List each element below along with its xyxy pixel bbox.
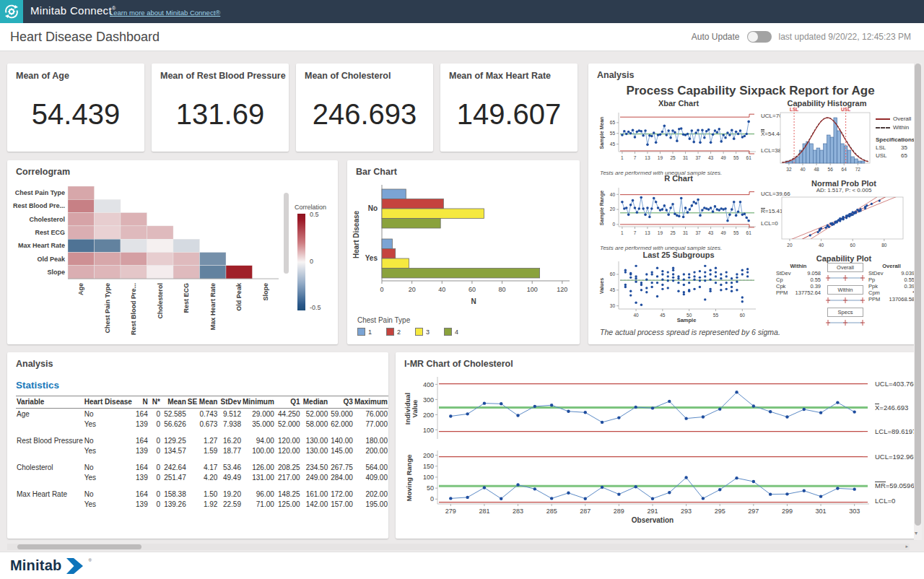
stats-col-header: Median xyxy=(301,396,329,409)
footer-brand-word: Minitab xyxy=(10,557,61,574)
panel-title: Correlogram xyxy=(16,167,70,177)
svg-text:37: 37 xyxy=(695,155,701,160)
svg-text:55: 55 xyxy=(733,230,739,235)
normal-prob-plot-subtitle: AD: 1.517, P: < 0.005 xyxy=(775,187,913,193)
svg-text:25: 25 xyxy=(670,230,676,235)
svg-text:Value: Value xyxy=(411,400,419,418)
svg-text:45: 45 xyxy=(660,313,666,318)
bar-chart-legend: Chest Pain Type1234 xyxy=(357,316,468,336)
svg-text:Rest Blood Pre...: Rest Blood Pre... xyxy=(13,202,65,209)
minitab-connect-logo-icon[interactable] xyxy=(0,0,23,23)
auto-update-toggle[interactable] xyxy=(747,31,772,43)
stats-row: Yes1390251.474.2049.49131.00217.00249.00… xyxy=(16,472,388,482)
svg-text:297: 297 xyxy=(748,508,759,515)
svg-text:25: 25 xyxy=(670,155,676,160)
svg-text:40: 40 xyxy=(438,286,445,293)
svg-text:19: 19 xyxy=(658,155,663,160)
svg-text:72: 72 xyxy=(855,167,861,172)
horizontal-scrollbar-thumb[interactable] xyxy=(17,544,141,549)
learn-more-link[interactable]: Learn more about Minitab Connect® xyxy=(110,9,220,17)
kpi-card-mean-max-heart-rate[interactable]: Mean of Max Heart Rate 149.607 xyxy=(440,64,578,152)
statistics-subtitle[interactable]: Statistics xyxy=(16,380,59,391)
svg-text:LSL: LSL xyxy=(790,107,798,112)
svg-text:Cholesterol: Cholesterol xyxy=(29,216,65,223)
heart-disease-bar-chart[interactable]: NoYes020406080100120NHeart Disease xyxy=(349,180,580,315)
svg-text:49: 49 xyxy=(720,230,726,235)
svg-text:31: 31 xyxy=(683,155,689,160)
svg-text:55: 55 xyxy=(733,155,739,160)
xbar-chart[interactable]: 45556517131925313743495561Sample Mean xyxy=(598,108,759,170)
normal-prob-plot-chart[interactable]: 20406080 xyxy=(776,194,912,252)
capability-histogram-chart[interactable]: LSLUSL324048566472 xyxy=(777,107,873,176)
kpi-card-mean-rest-blood-pressure[interactable]: Mean of Rest Blood Pressure 131.69 xyxy=(152,64,289,152)
svg-text:120: 120 xyxy=(557,286,567,293)
svg-text:55: 55 xyxy=(610,131,616,136)
correlogram-scrollbar[interactable] xyxy=(284,193,289,274)
kpi-value: 149.607 xyxy=(440,77,578,152)
stats-col-header: SE Mean xyxy=(187,396,219,409)
svg-text:Chest Pain Type: Chest Pain Type xyxy=(104,283,111,333)
svg-text:Max Heart Rate: Max Heart Rate xyxy=(18,242,65,249)
stats-col-header: Heart Disease xyxy=(84,396,133,409)
r-chart-title: R Chart xyxy=(598,174,759,183)
svg-text:Old Peak: Old Peak xyxy=(37,256,66,263)
stats-row: Yes1390134.571.5918.77100.00120.00130.00… xyxy=(16,445,388,456)
svg-text:Moving Range: Moving Range xyxy=(405,455,413,502)
svg-text:40: 40 xyxy=(633,313,639,318)
stats-row: CholesterolNo1640242.644.1753.46126.0020… xyxy=(16,462,388,472)
legend-entry-chest-pain-2[interactable]: 2 xyxy=(386,328,401,336)
panel-title: Analysis xyxy=(597,70,634,80)
horizontal-scrollbar[interactable]: ▸ xyxy=(7,544,910,550)
svg-text:Sample Range: Sample Range xyxy=(599,191,605,225)
svg-text:Sample Mean: Sample Mean xyxy=(599,117,605,149)
svg-text:45: 45 xyxy=(610,142,616,147)
vertical-scrollbar[interactable]: ▾ xyxy=(914,64,922,540)
individual-value-chart[interactable]: 100200300400IndividualValue xyxy=(400,373,915,446)
svg-text:N: N xyxy=(471,297,476,305)
toggle-knob xyxy=(748,32,758,42)
vertical-scrollbar-thumb[interactable] xyxy=(915,64,921,526)
svg-text:20: 20 xyxy=(409,286,416,293)
last25-subgroups-chart[interactable]: 3045604045505560ValuesSample xyxy=(598,258,759,325)
stats-row: AgeNo164052.5850.7439.51229.00044.25052.… xyxy=(16,409,388,419)
top-navbar: Minitab Connect® Learn more about Minita… xyxy=(0,0,924,23)
capability-stats: OverallStDev9.039Pp0.55Ppk0.39Cpm*PPM137… xyxy=(868,263,915,302)
kpi-value: 54.439 xyxy=(7,77,144,152)
svg-text:299: 299 xyxy=(782,508,793,515)
page-footer: Minitab ® xyxy=(0,552,924,579)
moving-range-chart[interactable]: 0501001502002792812832852872892912932952… xyxy=(400,448,915,533)
legend-entry-chest-pain-1[interactable]: 1 xyxy=(357,328,372,336)
svg-text:USL: USL xyxy=(841,107,850,112)
scroll-right-arrow-icon[interactable]: ▸ xyxy=(905,544,908,549)
page-title: Heart Disease Dashboard xyxy=(10,30,160,45)
minitab-footer-logo[interactable]: Minitab ® xyxy=(10,557,92,574)
svg-text:279: 279 xyxy=(445,508,456,515)
stats-col-header: N* xyxy=(149,396,161,409)
svg-text:30: 30 xyxy=(610,303,616,308)
app: Minitab Connect® Learn more about Minita… xyxy=(0,0,924,579)
kpi-card-mean-cholesterol[interactable]: Mean of Cholesterol 246.693 xyxy=(296,64,433,152)
svg-text:50: 50 xyxy=(427,484,434,492)
panel-title: Bar Chart xyxy=(356,167,397,177)
auto-update-label: Auto Update xyxy=(692,32,740,42)
svg-text:20: 20 xyxy=(610,206,616,212)
page-header: Heart Disease Dashboard Auto Update last… xyxy=(0,23,924,51)
stats-row: Yes1390139.261.9222.5971.00125.00142.001… xyxy=(16,499,388,509)
svg-text:289: 289 xyxy=(614,508,624,515)
kpi-card-mean-age[interactable]: Mean of Age 54.439 xyxy=(7,64,144,152)
correlogram-heatmap[interactable]: Chest Pain TypeRest Blood Pre...Choleste… xyxy=(10,180,293,344)
svg-text:No: No xyxy=(368,204,378,212)
svg-text:80: 80 xyxy=(881,243,887,248)
legend-entry-chest-pain-3[interactable]: 3 xyxy=(415,328,430,336)
svg-text:43: 43 xyxy=(708,230,714,235)
svg-text:1: 1 xyxy=(621,155,624,160)
svg-text:60: 60 xyxy=(468,286,476,293)
legend-entry-chest-pain-4[interactable]: 4 xyxy=(444,328,458,336)
imr-chart-panel: I-MR Chart of Cholesterol 100200300400In… xyxy=(396,352,917,539)
svg-text:49: 49 xyxy=(720,155,726,160)
stats-col-header: Q3 xyxy=(328,396,354,409)
scroll-down-arrow-icon[interactable]: ▾ xyxy=(915,530,918,536)
svg-text:100: 100 xyxy=(423,474,434,481)
svg-text:Cholesterol: Cholesterol xyxy=(157,283,164,319)
r-chart[interactable]: 0204017131925313743495561Sample Range xyxy=(598,183,759,245)
